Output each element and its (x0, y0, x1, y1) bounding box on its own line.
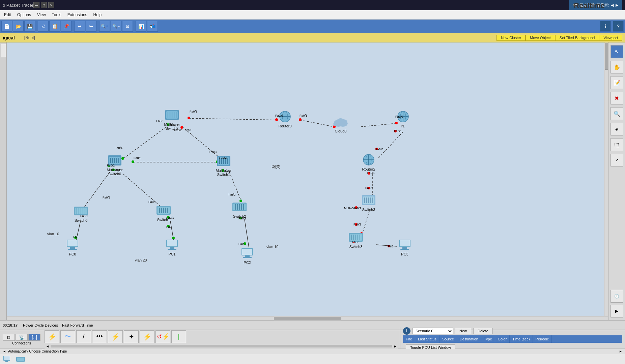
undo-button[interactable]: ↩ (74, 21, 85, 32)
port-fa02-sw2c: Fa0/2 (228, 193, 235, 196)
device-label: Router0 (278, 124, 291, 128)
info-button[interactable]: ℹ (600, 21, 611, 32)
device-pc1[interactable]: PC1 (164, 238, 180, 256)
device-type-router[interactable]: 🖥 (3, 334, 15, 341)
connection-lightning1[interactable]: ⚡ (45, 330, 59, 343)
svg-line-3 (123, 125, 169, 159)
port-fa00-r2: Fa0/0 (375, 148, 383, 151)
scroll-right-bottom[interactable]: ► (619, 350, 622, 353)
menu-options[interactable]: Options (15, 12, 34, 18)
inspect-tool[interactable]: 🔍 (610, 107, 623, 120)
connection-green-line[interactable]: | (171, 330, 186, 343)
set-tiled-bg-button[interactable]: Set Tiled Background (555, 35, 599, 41)
scenario-dropdown[interactable]: Scenario 0 (413, 328, 453, 334)
close-button[interactable]: ✕ (48, 2, 54, 8)
device-pc2[interactable]: PC2 (239, 246, 256, 265)
realtime-icon[interactable]: 🕐 (610, 290, 623, 303)
scroll-left-bottom[interactable]: ◄ (3, 350, 6, 353)
port-fa03-sw0: Fa0/3 (134, 156, 141, 160)
note-tool[interactable]: 📝 (610, 76, 623, 89)
menu-help[interactable]: Help (91, 12, 105, 18)
viewport-button[interactable]: Viewport (599, 35, 622, 41)
print-button[interactable]: 🖨 (38, 21, 49, 32)
pdu-info-icon: i (403, 327, 410, 335)
delete-pdu-button[interactable]: Delete (473, 328, 493, 334)
device-switch0-left[interactable]: Switch0 (73, 204, 89, 222)
device-icon-pc[interactable] (3, 355, 13, 363)
save-button[interactable]: 💾 (24, 21, 35, 32)
minimize-button[interactable]: — (33, 2, 39, 8)
zoom-fit-button[interactable]: ⊡ (122, 21, 133, 32)
cursor-tool[interactable]: ↖ (610, 45, 623, 58)
connection-orange[interactable]: ⚡ (108, 330, 123, 343)
device-router2[interactable]: Router2 (360, 153, 377, 171)
vertical-scrollbar[interactable] (604, 42, 608, 316)
device-label: Switch0 (75, 218, 88, 222)
menu-tools[interactable]: Tools (49, 12, 64, 18)
device-switch3[interactable]: Switch3 (347, 231, 364, 249)
move-tool2[interactable]: ↗ (610, 154, 623, 166)
arrow-right-icon[interactable]: ▶ (616, 3, 618, 7)
new-cluster-button[interactable]: New Cluster (496, 35, 525, 41)
horizontal-scrollbar[interactable] (7, 316, 608, 320)
zoom-out-button[interactable]: 🔍− (111, 21, 121, 32)
help-button[interactable]: ? (613, 21, 624, 32)
device-router1[interactable]: r1 (395, 110, 411, 128)
new-pdu-button[interactable]: New (455, 328, 471, 334)
power-cycle-button[interactable]: Power Cycle Devices (23, 323, 58, 327)
port-fa01-sw2left: Fa0/1 (156, 119, 164, 123)
open-button[interactable]: 📂 (13, 21, 24, 32)
device-label: r1 (401, 124, 405, 128)
port-fa02-r2: Fa0/2 (365, 186, 373, 190)
hand-tool[interactable]: ✋ (610, 61, 623, 73)
connection-red-lightning[interactable]: ⚡ (140, 330, 154, 343)
connection-dotted[interactable]: ••• (92, 330, 107, 343)
arrow-left-icon[interactable]: ◀ (611, 3, 614, 7)
device-icon-switch-bottom[interactable] (16, 355, 26, 363)
left-tool[interactable] (1, 44, 6, 57)
device-multilayer-switch3[interactable]: Switch3 (360, 193, 377, 212)
right-panel: ↖ ✋ 📝 ✖ 🔍 ◈ ⬚ ↗ 🕐 ▶ (608, 42, 625, 320)
menu-edit[interactable]: Edit (1, 12, 14, 18)
svg-rect-125 (68, 249, 77, 250)
network-canvas[interactable]: MultilayerSwitch2 Router0 (7, 42, 608, 320)
device-pc0[interactable]: PC0 (64, 238, 81, 256)
activity-wizard-button[interactable]: 📊 (136, 21, 146, 32)
logical-label: igical (3, 35, 15, 40)
device-type-switch[interactable]: 📡 (16, 334, 28, 341)
connection-straight[interactable]: / (76, 330, 91, 343)
scroll-left[interactable]: ◄ (45, 344, 51, 348)
zoom-in-button[interactable]: 🔍+ (99, 21, 110, 32)
device-type-hub[interactable]: [..] (28, 334, 40, 341)
scroll-right[interactable]: ► (392, 344, 398, 348)
left-panel (0, 42, 7, 320)
menu-view[interactable]: View (34, 12, 49, 18)
svg-rect-131 (242, 249, 252, 255)
device-switch2[interactable]: Switch2 (231, 200, 248, 218)
device-cloud0[interactable]: Cloud0 (332, 115, 349, 133)
connection-circle-arrow[interactable]: ↺⚡ (155, 330, 170, 343)
redo-button[interactable]: ↪ (86, 21, 96, 32)
device-router0[interactable]: Router0 (277, 110, 293, 128)
paste-button[interactable]: 📌 (61, 21, 72, 32)
bottom-panel: 🖥 📡 [..] Connections ⚡ 〜 / ••• ⚡ ✦ ⚡ ↺⚡ … (0, 330, 625, 364)
col-destination: Destination (457, 335, 481, 343)
move-object-button[interactable]: Move Object (525, 35, 555, 41)
pdu-button[interactable]: 📬 (147, 21, 158, 32)
connection-special1[interactable]: ✦ (124, 330, 139, 343)
copy-button[interactable]: 📋 (49, 21, 60, 32)
svg-line-7 (83, 172, 110, 209)
h-scrollbar-bottom[interactable]: ◄ ► (45, 344, 398, 349)
menu-extensions[interactable]: Extensions (65, 12, 90, 18)
simulation-icon[interactable]: ▶ (610, 305, 623, 317)
connection-curved[interactable]: 〜 (60, 330, 75, 343)
select-area-tool[interactable]: ⬚ (610, 138, 623, 151)
device-multilayer-switch2[interactable]: MultilayerSwitch2 (164, 108, 180, 130)
new-file-button[interactable]: 📄 (1, 21, 12, 32)
resize-tool[interactable]: ◈ (610, 123, 623, 135)
delete-tool[interactable]: ✖ (610, 92, 623, 104)
device-pc3[interactable]: PC3 (396, 238, 413, 256)
fast-forward-button[interactable]: Fast Forward Time (62, 323, 93, 327)
restore-button[interactable]: □ (41, 2, 47, 8)
port-fa02-sw1c: Fa0/2 (148, 200, 156, 204)
